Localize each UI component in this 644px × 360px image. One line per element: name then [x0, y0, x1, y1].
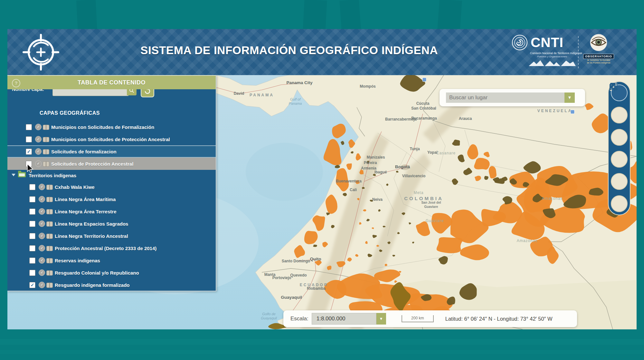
toc-header: ? TABLA DE CONTENIDO — [7, 76, 216, 89]
layer-metadata-icon[interactable] — [46, 209, 53, 214]
layer-row[interactable]: ✓Resguardo indígena formalizado — [7, 279, 216, 291]
attribute-table-button[interactable] — [611, 129, 628, 146]
backdrop-band — [0, 339, 644, 345]
basemap-button[interactable] — [611, 151, 628, 168]
layer-label: Línea Negra Área Terrestre — [55, 209, 116, 214]
layer-label: Línea Negra Espacios Sagrados — [55, 221, 128, 227]
layer-status-icon[interactable]: ✓ — [39, 269, 45, 276]
content-area: Panama CityDavidPANAMAGulf of PanamaMomp… — [7, 75, 637, 329]
layer-status-icon[interactable]: ✓ — [39, 233, 45, 239]
layer-status-icon[interactable]: ✓ — [39, 208, 45, 215]
layer-checkbox[interactable] — [29, 184, 35, 190]
layer-checkbox[interactable] — [29, 196, 35, 202]
measure-button[interactable] — [611, 173, 628, 190]
cnti-wordmark: CNTI — [531, 35, 564, 50]
cnti-tagline: Pueblos y Organizaciones — [537, 55, 576, 58]
layer-metadata-icon[interactable] — [46, 258, 53, 263]
layer-label: Línea Negra Territorio Ancestral — [55, 233, 128, 239]
layer-label: Cxhab Wala Kiwe — [55, 184, 95, 190]
layer-label: Solicitudes de Protección Ancestral — [51, 161, 133, 167]
observatorio-logo: OBSERVATORIO de Derechos Territoriales d… — [583, 34, 614, 64]
layer-metadata-icon[interactable] — [46, 221, 53, 227]
layer-metadata-icon[interactable] — [46, 246, 53, 251]
layer-status-icon[interactable]: ✓ — [39, 245, 45, 251]
poi-marker-icon — [422, 78, 427, 82]
layer-checkbox[interactable] — [26, 149, 32, 155]
layer-status-icon[interactable]: ✓ — [39, 220, 45, 227]
layer-checkbox[interactable] — [29, 245, 35, 251]
layer-row[interactable]: ✓Municipios con Solicitudes de Formaliza… — [7, 121, 216, 133]
section-title: CAPAS GEOGRÁFICAS — [40, 110, 100, 116]
layer-status-icon[interactable]: ✓ — [35, 161, 42, 167]
cnti-subtitle: Comisión Nacional de Territorios Indígen… — [530, 52, 576, 55]
layer-checkbox[interactable] — [26, 136, 32, 142]
layer-metadata-icon[interactable] — [46, 283, 53, 288]
observatorio-line2: de los Pueblos Indígenas — [583, 62, 614, 64]
app-header: SISTEMA DE INFORMACIÓN GEOGRÁFICO INDÍGE… — [7, 29, 637, 75]
layer-row[interactable]: ✓Solicitudes de formalizacion — [7, 145, 216, 158]
layer-metadata-icon[interactable] — [43, 137, 49, 142]
layer-metadata-icon[interactable] — [43, 149, 49, 154]
layer-checkbox[interactable] — [29, 233, 35, 239]
layer-checkbox[interactable] — [29, 282, 35, 288]
layer-status-icon[interactable]: ✓ — [35, 136, 42, 142]
table-of-contents-panel: Nombre capa: ? TABLA DE CONTENIDO CAPAS … — [7, 75, 216, 291]
layer-label: Solicitudes de formalizacion — [51, 149, 117, 154]
layer-row[interactable]: ✓Resguardo Colonial y/o Republicano — [7, 267, 216, 279]
toc-title: TABLA DE CONTENIDO — [78, 79, 146, 86]
layer-label: Reservas indígenas — [55, 258, 100, 263]
layer-row[interactable]: ✓Municipios con Solicitudes de Protecció… — [7, 133, 216, 145]
chevron-down-icon[interactable] — [12, 174, 15, 176]
layer-row[interactable]: ✓Línea Negra Espacios Sagrados — [7, 218, 216, 230]
layer-checkbox[interactable] — [26, 124, 32, 130]
layer-label: Municipios con Solicitudes de Protección… — [51, 137, 170, 142]
layer-checkbox[interactable] — [29, 209, 35, 215]
layer-checkbox[interactable] — [29, 270, 35, 276]
help-icon[interactable]: ? — [12, 79, 20, 87]
cnti-logo: CNTI Comisión Nacional de Territorios In… — [511, 34, 576, 68]
observatorio-eye-icon — [590, 34, 608, 52]
layer-row[interactable]: ✓Solicitudes de Protección Ancestral — [7, 158, 216, 170]
place-search-dropdown-button[interactable]: ▼ — [564, 92, 575, 103]
scale-select[interactable]: 1:8.000.000 — [312, 313, 376, 325]
layer-status-icon[interactable]: ✓ — [35, 148, 42, 155]
zoom-in-button[interactable] — [611, 195, 628, 212]
layer-metadata-icon[interactable] — [43, 125, 49, 130]
map-toolbar — [608, 81, 630, 215]
layer-status-icon[interactable]: ✓ — [39, 282, 45, 288]
layer-row[interactable]: ✓Línea Negra Área Marítima — [7, 193, 216, 205]
layer-checkbox[interactable] — [26, 161, 32, 167]
layer-checkbox[interactable] — [29, 221, 35, 227]
place-search-input[interactable] — [446, 92, 568, 103]
scalebar: 200 km — [402, 315, 434, 322]
layer-label: Municipios con Solicitudes de Formalizac… — [51, 124, 154, 130]
layer-checkbox[interactable] — [29, 258, 35, 264]
scale-dropdown-button[interactable]: ▼ — [376, 313, 386, 325]
app-window: SISTEMA DE INFORMACIÓN GEOGRÁFICO INDÍGE… — [7, 29, 637, 329]
layer-status-icon[interactable]: ✓ — [35, 124, 42, 130]
header-divider — [578, 36, 579, 68]
layer-status-icon[interactable]: ✓ — [39, 184, 45, 190]
layer-status-icon[interactable]: ✓ — [39, 196, 45, 202]
layer-metadata-icon[interactable] — [43, 161, 49, 167]
page-title: SISTEMA DE INFORMACIÓN GEOGRÁFICO INDÍGE… — [104, 44, 474, 57]
layer-row[interactable]: ✓Protección Ancestral (Decreto 2333 de 2… — [7, 242, 216, 254]
layer-status-icon[interactable]: ✓ — [39, 257, 45, 264]
place-search-box: ▼ — [440, 89, 585, 106]
layer-metadata-icon[interactable] — [46, 197, 53, 202]
poi-marker-icon — [571, 110, 575, 114]
layer-row[interactable]: ✓Línea Negra Territorio Ancestral — [7, 230, 216, 242]
layer-metadata-icon[interactable] — [46, 234, 53, 239]
folder-icon — [18, 172, 26, 177]
layer-metadata-icon[interactable] — [46, 270, 53, 276]
layer-search-button[interactable] — [611, 107, 628, 123]
layer-row[interactable]: ✓Cxhab Wala Kiwe — [7, 181, 216, 193]
layer-row[interactable]: ✓Reservas indígenas — [7, 254, 216, 267]
observatorio-line1: de Derechos Territoriales — [583, 59, 614, 62]
coordinates-readout: Latitud: 6° 06′ 24″ N - Longitud: 73° 42… — [445, 316, 553, 322]
observatorio-wordmark: OBSERVATORIO — [583, 54, 614, 59]
layer-metadata-icon[interactable] — [46, 185, 53, 190]
layer-group-row[interactable]: Territorios indígenas — [7, 170, 216, 181]
layer-row[interactable]: ✓Línea Negra Área Terrestre — [7, 205, 216, 218]
scale-label: Escala: — [290, 316, 308, 322]
